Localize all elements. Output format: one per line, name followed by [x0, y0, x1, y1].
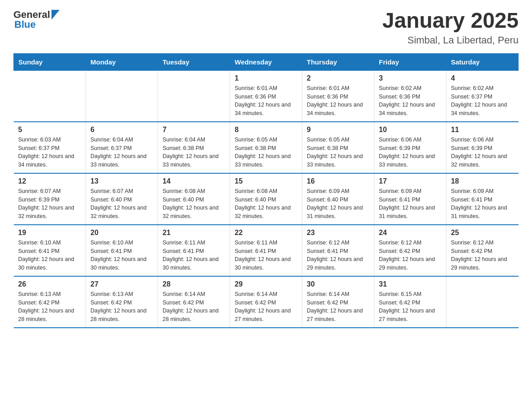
calendar-week-4: 19Sunrise: 6:10 AMSunset: 6:41 PMDayligh… — [14, 225, 519, 276]
weekday-header-row: SundayMondayTuesdayWednesdayThursdayFrid… — [14, 53, 519, 70]
day-info: Sunrise: 6:08 AMSunset: 6:40 PMDaylight:… — [163, 187, 225, 221]
day-number: 9 — [307, 126, 369, 134]
calendar-cell: 17Sunrise: 6:09 AMSunset: 6:41 PMDayligh… — [374, 173, 446, 225]
day-info: Sunrise: 6:05 AMSunset: 6:38 PMDaylight:… — [307, 136, 369, 169]
calendar-cell: 21Sunrise: 6:11 AMSunset: 6:41 PMDayligh… — [158, 225, 230, 276]
day-info: Sunrise: 6:04 AMSunset: 6:38 PMDaylight:… — [163, 136, 225, 169]
day-info: Sunrise: 6:02 AMSunset: 6:36 PMDaylight:… — [379, 84, 442, 118]
day-info: Sunrise: 6:09 AMSunset: 6:40 PMDaylight:… — [307, 187, 369, 221]
calendar-cell: 19Sunrise: 6:10 AMSunset: 6:41 PMDayligh… — [14, 225, 86, 276]
calendar-cell — [158, 70, 230, 122]
calendar-cell: 20Sunrise: 6:10 AMSunset: 6:41 PMDayligh… — [86, 225, 158, 276]
svg-marker-0 — [51, 10, 60, 20]
calendar-cell: 6Sunrise: 6:04 AMSunset: 6:37 PMDaylight… — [86, 122, 158, 173]
calendar-cell — [86, 70, 158, 122]
weekday-header-monday: Monday — [86, 53, 158, 70]
calendar-cell: 30Sunrise: 6:14 AMSunset: 6:42 PMDayligh… — [302, 276, 374, 328]
day-info: Sunrise: 6:14 AMSunset: 6:42 PMDaylight:… — [235, 290, 297, 324]
day-number: 15 — [235, 177, 297, 185]
calendar-cell: 15Sunrise: 6:08 AMSunset: 6:40 PMDayligh… — [230, 173, 302, 225]
calendar-cell: 2Sunrise: 6:01 AMSunset: 6:36 PMDaylight… — [302, 70, 374, 122]
calendar-cell — [14, 70, 86, 122]
day-number: 23 — [307, 229, 369, 237]
day-info: Sunrise: 6:06 AMSunset: 6:39 PMDaylight:… — [379, 136, 442, 169]
day-number: 5 — [18, 126, 82, 134]
calendar-cell: 3Sunrise: 6:02 AMSunset: 6:36 PMDaylight… — [374, 70, 446, 122]
day-number: 7 — [163, 126, 225, 134]
day-number: 1 — [235, 74, 297, 82]
day-info: Sunrise: 6:14 AMSunset: 6:42 PMDaylight:… — [307, 290, 369, 324]
day-number: 30 — [307, 280, 369, 288]
day-info: Sunrise: 6:14 AMSunset: 6:42 PMDaylight:… — [163, 290, 225, 324]
calendar-cell: 13Sunrise: 6:07 AMSunset: 6:40 PMDayligh… — [86, 173, 158, 225]
day-number: 8 — [235, 126, 297, 134]
day-info: Sunrise: 6:01 AMSunset: 6:36 PMDaylight:… — [307, 84, 369, 118]
day-info: Sunrise: 6:12 AMSunset: 6:42 PMDaylight:… — [379, 239, 442, 272]
page-subtitle: Simbal, La Libertad, Peru — [382, 34, 519, 46]
day-info: Sunrise: 6:09 AMSunset: 6:41 PMDaylight:… — [379, 187, 442, 221]
logo-triangle-icon — [51, 10, 60, 20]
day-number: 21 — [163, 229, 225, 237]
day-number: 14 — [163, 177, 225, 185]
day-number: 29 — [235, 280, 297, 288]
day-info: Sunrise: 6:05 AMSunset: 6:38 PMDaylight:… — [235, 136, 297, 169]
day-info: Sunrise: 6:11 AMSunset: 6:41 PMDaylight:… — [235, 239, 297, 272]
page-title: January 2025 — [382, 9, 519, 33]
day-number: 4 — [451, 74, 514, 82]
day-info: Sunrise: 6:06 AMSunset: 6:39 PMDaylight:… — [451, 136, 514, 169]
day-info: Sunrise: 6:13 AMSunset: 6:42 PMDaylight:… — [90, 290, 153, 324]
day-number: 11 — [451, 126, 514, 134]
day-info: Sunrise: 6:01 AMSunset: 6:36 PMDaylight:… — [235, 84, 297, 118]
calendar-cell: 9Sunrise: 6:05 AMSunset: 6:38 PMDaylight… — [302, 122, 374, 173]
calendar-table: SundayMondayTuesdayWednesdayThursdayFrid… — [13, 53, 519, 328]
calendar-week-3: 12Sunrise: 6:07 AMSunset: 6:39 PMDayligh… — [14, 173, 519, 225]
day-info: Sunrise: 6:04 AMSunset: 6:37 PMDaylight:… — [90, 136, 153, 169]
calendar-week-5: 26Sunrise: 6:13 AMSunset: 6:42 PMDayligh… — [14, 276, 519, 328]
day-info: Sunrise: 6:15 AMSunset: 6:42 PMDaylight:… — [379, 290, 442, 324]
calendar-cell: 31Sunrise: 6:15 AMSunset: 6:42 PMDayligh… — [374, 276, 446, 328]
day-number: 28 — [163, 280, 225, 288]
weekday-header-friday: Friday — [374, 53, 446, 70]
day-number: 24 — [379, 229, 442, 237]
calendar-cell: 28Sunrise: 6:14 AMSunset: 6:42 PMDayligh… — [158, 276, 230, 328]
day-info: Sunrise: 6:07 AMSunset: 6:39 PMDaylight:… — [18, 187, 82, 221]
weekday-header-sunday: Sunday — [14, 53, 86, 70]
day-info: Sunrise: 6:03 AMSunset: 6:37 PMDaylight:… — [18, 136, 82, 169]
day-number: 18 — [451, 177, 514, 185]
calendar-week-2: 5Sunrise: 6:03 AMSunset: 6:37 PMDaylight… — [14, 122, 519, 173]
calendar-cell: 10Sunrise: 6:06 AMSunset: 6:39 PMDayligh… — [374, 122, 446, 173]
calendar-cell: 7Sunrise: 6:04 AMSunset: 6:38 PMDaylight… — [158, 122, 230, 173]
title-block: January 2025 Simbal, La Libertad, Peru — [382, 9, 519, 46]
day-number: 20 — [90, 229, 153, 237]
day-number: 12 — [18, 177, 82, 185]
calendar-cell: 12Sunrise: 6:07 AMSunset: 6:39 PMDayligh… — [14, 173, 86, 225]
calendar-cell: 24Sunrise: 6:12 AMSunset: 6:42 PMDayligh… — [374, 225, 446, 276]
day-info: Sunrise: 6:02 AMSunset: 6:37 PMDaylight:… — [451, 84, 514, 118]
logo-text-blue: Blue — [14, 19, 36, 30]
calendar-cell: 25Sunrise: 6:12 AMSunset: 6:42 PMDayligh… — [446, 225, 519, 276]
day-number: 6 — [90, 126, 153, 134]
calendar-cell: 14Sunrise: 6:08 AMSunset: 6:40 PMDayligh… — [158, 173, 230, 225]
calendar-cell: 11Sunrise: 6:06 AMSunset: 6:39 PMDayligh… — [446, 122, 519, 173]
day-number: 2 — [307, 74, 369, 82]
calendar-cell: 26Sunrise: 6:13 AMSunset: 6:42 PMDayligh… — [14, 276, 86, 328]
day-info: Sunrise: 6:11 AMSunset: 6:41 PMDaylight:… — [163, 239, 225, 272]
day-info: Sunrise: 6:10 AMSunset: 6:41 PMDaylight:… — [90, 239, 153, 272]
weekday-header-thursday: Thursday — [302, 53, 374, 70]
day-info: Sunrise: 6:12 AMSunset: 6:42 PMDaylight:… — [451, 239, 514, 272]
logo: General Blue — [13, 9, 60, 30]
weekday-header-saturday: Saturday — [446, 53, 519, 70]
page-header: General Blue January 2025 Simbal, La Lib… — [13, 9, 519, 46]
weekday-header-tuesday: Tuesday — [158, 53, 230, 70]
day-number: 31 — [379, 280, 442, 288]
calendar-cell — [446, 276, 519, 328]
day-info: Sunrise: 6:10 AMSunset: 6:41 PMDaylight:… — [18, 239, 82, 272]
day-number: 16 — [307, 177, 369, 185]
day-info: Sunrise: 6:08 AMSunset: 6:40 PMDaylight:… — [235, 187, 297, 221]
calendar-cell: 8Sunrise: 6:05 AMSunset: 6:38 PMDaylight… — [230, 122, 302, 173]
day-info: Sunrise: 6:09 AMSunset: 6:41 PMDaylight:… — [451, 187, 514, 221]
day-number: 22 — [235, 229, 297, 237]
calendar-cell: 23Sunrise: 6:12 AMSunset: 6:41 PMDayligh… — [302, 225, 374, 276]
calendar-cell: 16Sunrise: 6:09 AMSunset: 6:40 PMDayligh… — [302, 173, 374, 225]
calendar-cell: 18Sunrise: 6:09 AMSunset: 6:41 PMDayligh… — [446, 173, 519, 225]
